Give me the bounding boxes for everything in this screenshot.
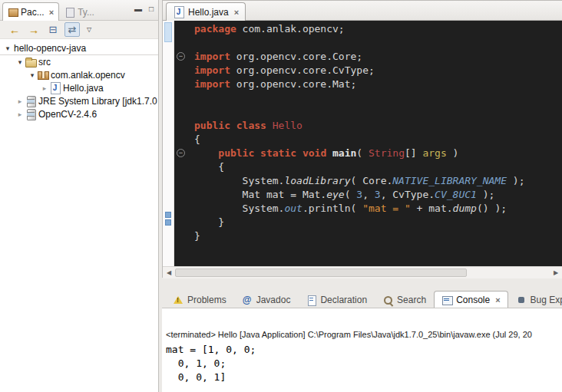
javadoc-icon: [242, 295, 253, 306]
explorer-tab-row: Pac...×Ty... ▬ □: [0, 0, 158, 21]
console-tab-label: Declaration: [320, 295, 367, 305]
console-tab-bug-explorer[interactable]: Bug Explorer: [508, 291, 562, 308]
code-line: package com.anlak.opencv;: [194, 22, 562, 36]
ruler-occurrence-mark: [165, 212, 171, 218]
scroll-left-icon[interactable]: ◀: [163, 269, 175, 276]
editor-tab-label: Hello.java: [188, 7, 229, 18]
fold-collapse-icon[interactable]: −: [177, 149, 185, 157]
console-tab-label: Bug Explorer: [531, 295, 562, 305]
console-tab-declaration[interactable]: Declaration: [298, 291, 375, 308]
console-header: <terminated> Hello [Java Application] C:…: [166, 330, 562, 339]
editor-area: Hello.java × −− package com.anlak.opencv…: [162, 0, 562, 278]
search-icon: [382, 295, 394, 306]
editor-tab-hello-java[interactable]: Hello.java ×: [166, 2, 246, 21]
package-explorer-icon: [8, 7, 18, 18]
console-output-line: 0, 1, 0;: [166, 357, 562, 371]
link-with-editor-icon[interactable]: ⇄: [64, 22, 80, 37]
code-line: import org.opencv.core.CvType;: [194, 64, 562, 77]
explorer-toolbar: ←→⊟⇄▽: [0, 21, 158, 39]
pane-buttons: ▬ □: [134, 4, 154, 15]
console-tab-row: ProblemsJavadocDeclarationSearchConsole×…: [162, 288, 562, 308]
code-line: {: [194, 133, 562, 147]
type-hierarchy-icon: [64, 7, 75, 18]
tree-item-hello-opencv-java[interactable]: ▾hello-opencv-java: [0, 42, 158, 55]
expand-arrow-icon[interactable]: ▸: [15, 97, 25, 105]
code-line: [194, 91, 562, 105]
code-line: [194, 105, 562, 119]
console-output-line: mat = [1, 0, 0;: [166, 343, 562, 357]
code-area[interactable]: package com.anlak.opencv; import org.ope…: [188, 21, 562, 266]
source-folder-icon: [25, 56, 37, 68]
tree-item-label: src: [38, 57, 51, 68]
tree-item-label: Hello.java: [63, 83, 104, 94]
tree-item-src[interactable]: ▾src: [0, 55, 158, 68]
library-icon: [25, 95, 37, 107]
code-line: {: [194, 160, 562, 174]
code-line: System.out.println( "mat = " + mat.dump(…: [194, 202, 562, 216]
declaration-icon: [306, 295, 317, 306]
console-content: <terminated> Hello [Java Application] C:…: [162, 308, 562, 392]
code-line: Mat mat = Mat.eye( 3, 3, CvType.CV_8UC1 …: [194, 188, 562, 202]
annotation-ruler[interactable]: [163, 21, 174, 266]
console-output-line: 0, 0, 1]: [166, 371, 562, 384]
view-tab-label: Ty...: [78, 7, 94, 18]
tree-item-label: hello-opencv-java: [14, 43, 86, 54]
explorer-tabs: Pac...×Ty...: [0, 0, 100, 20]
tree-item-label: JRE System Library [jdk1.7.0: [38, 96, 157, 107]
console-output[interactable]: mat = [1, 0, 0; 0, 1, 0; 0, 0, 1]: [166, 343, 562, 384]
tree-item-hello-java[interactable]: ▸Hello.java: [0, 81, 158, 94]
fold-collapse-icon[interactable]: −: [177, 52, 185, 61]
close-icon[interactable]: ×: [49, 8, 54, 17]
java-file-icon: [49, 82, 61, 94]
package-explorer-view: Pac...×Ty... ▬ □ ←→⊟⇄▽ ▾hello-opencv-jav…: [0, 0, 159, 392]
code-line: [194, 36, 562, 50]
scroll-right-icon[interactable]: ▶: [550, 269, 562, 276]
fold-column: −−: [174, 21, 188, 266]
forward-arrow-icon[interactable]: →: [26, 22, 41, 37]
package-tree[interactable]: ▾hello-opencv-java▾src▾com.anlak.opencv▸…: [0, 39, 158, 392]
view-menu-icon[interactable]: ▽: [84, 22, 94, 37]
code-line: public class Hello: [194, 119, 562, 133]
console-tab-problems[interactable]: Problems: [165, 291, 234, 308]
maximize-icon[interactable]: □: [149, 4, 154, 15]
code-line: import org.opencv.core.Core;: [194, 50, 562, 64]
close-icon[interactable]: ×: [234, 8, 239, 17]
collapse-arrow-icon[interactable]: ▾: [15, 58, 25, 66]
code-line: }: [194, 216, 562, 229]
package-icon: [37, 69, 49, 81]
tree-item-label: OpenCV-2.4.6: [38, 109, 97, 120]
editor-body: −− package com.anlak.opencv; import org.…: [163, 21, 562, 266]
console-tab-search[interactable]: Search: [375, 291, 434, 308]
expand-arrow-icon[interactable]: ▸: [40, 84, 49, 92]
tree-item-jre-system-library-jdk1-7-0[interactable]: ▸JRE System Library [jdk1.7.0: [0, 94, 158, 107]
code-line: public static void main( String[] args ): [194, 147, 562, 160]
back-arrow-icon[interactable]: ←: [7, 22, 22, 37]
ruler-selection-mark: [164, 22, 172, 42]
editor-horizontal-scrollbar[interactable]: ◀ ▶: [163, 266, 562, 278]
tree-item-opencv-2-4-6[interactable]: ▸OpenCV-2.4.6: [0, 107, 158, 120]
collapse-arrow-icon[interactable]: ▾: [28, 71, 37, 79]
java-file-icon: [173, 6, 185, 18]
console-tab-label: Problems: [187, 295, 226, 305]
view-tab-ty[interactable]: Ty...: [59, 2, 100, 21]
tree-item-label: com.anlak.opencv: [51, 70, 125, 81]
minimize-icon[interactable]: ▬: [134, 4, 142, 15]
console-tab-label: Search: [397, 295, 426, 305]
console-icon: [441, 295, 453, 306]
console-tab-javadoc[interactable]: Javadoc: [234, 291, 299, 308]
library-icon: [25, 108, 37, 120]
scrollbar-thumb[interactable]: [175, 268, 467, 277]
ruler-occurrence-mark: [165, 219, 171, 226]
close-icon[interactable]: ×: [495, 295, 500, 305]
code-line: System.loadLibrary( Core.NATIVE_LIBRARY_…: [194, 174, 562, 188]
collapse-all-icon[interactable]: ⊟: [45, 22, 61, 37]
collapse-arrow-icon[interactable]: ▾: [3, 44, 12, 52]
view-tab-pac[interactable]: Pac...×: [2, 2, 59, 21]
expand-arrow-icon[interactable]: ▸: [15, 110, 25, 118]
code-line: import org.opencv.core.Mat;: [194, 77, 562, 91]
console-view: ProblemsJavadocDeclarationSearchConsole×…: [162, 288, 562, 392]
console-tab-label: Console: [456, 295, 490, 305]
console-tab-label: Javadoc: [256, 295, 291, 305]
tree-item-com-anlak-opencv[interactable]: ▾com.anlak.opencv: [0, 68, 158, 81]
console-tab-console[interactable]: Console×: [434, 291, 507, 308]
